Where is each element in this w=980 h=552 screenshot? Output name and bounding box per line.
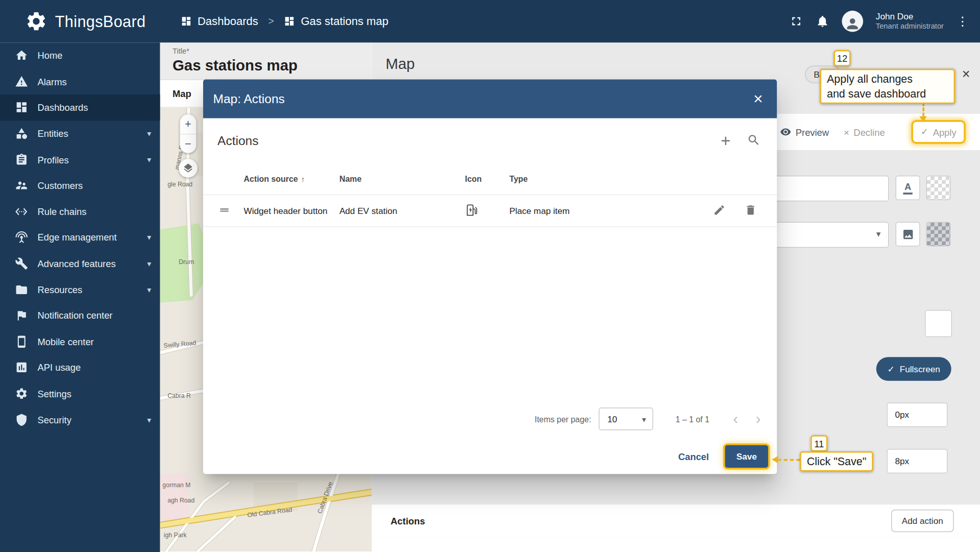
topbar-right: John Doe Tenant administrator ⋮ (790, 0, 980, 42)
items-per-page-value: 10 (607, 414, 617, 424)
sidebar-item-api-usage[interactable]: API usage (0, 354, 160, 380)
dialog-header: Map: Actions × (203, 80, 777, 118)
title-value: Gas stations map (173, 57, 372, 74)
breadcrumb-dashboards[interactable]: Dashboards (181, 15, 258, 28)
sidebar-item-notification-center[interactable]: Notification center (0, 303, 160, 329)
delete-action-button[interactable] (740, 200, 762, 222)
preview-button[interactable]: Preview (780, 122, 829, 143)
widget-title-field[interactable]: Title* Gas stations map (160, 42, 372, 80)
pagination: Items per page: 10 ▾ 1 – 1 of 1 ‹ › (203, 399, 777, 439)
sidebar-item-security[interactable]: Security ▾ (0, 406, 160, 433)
sidebar-item-customers[interactable]: Customers (0, 173, 160, 199)
fullscreen-icon[interactable] (790, 14, 803, 28)
shield-icon (15, 413, 28, 426)
chevron-down-icon: ▾ (147, 415, 151, 424)
zoom-out-button[interactable]: − (180, 134, 197, 153)
chart-icon (15, 361, 28, 374)
fullscreen-toggle[interactable]: ✓ Fullscreen (876, 357, 951, 381)
items-per-page-select[interactable]: 10 ▾ (599, 407, 653, 430)
close-icon: × (844, 127, 849, 137)
previous-page-button[interactable]: ‹ (733, 412, 738, 426)
table-header-row: Action source↑ Name Icon Type (203, 163, 777, 195)
sidebar-item-label: Home (37, 50, 62, 61)
map-road-label: gle Road (167, 181, 192, 188)
sidebar-item-label: Settings (37, 388, 71, 399)
map-road-label: Drum (179, 258, 194, 266)
sort-asc-icon: ↑ (301, 175, 305, 183)
pencil-icon (713, 204, 725, 216)
drag-handle[interactable] (218, 204, 243, 218)
sidebar-item-mobile-center[interactable]: Mobile center (0, 329, 160, 355)
cell-type: Place map item (509, 206, 693, 216)
sidebar-item-profiles[interactable]: Profiles ▾ (0, 147, 160, 173)
layers-icon (183, 162, 194, 174)
map-layers-button[interactable] (179, 159, 198, 178)
sidebar-item-home[interactable]: Home (0, 42, 160, 68)
sidebar-item-label: Alarms (37, 76, 66, 87)
top-bar: ThingsBoard Dashboards > Gas stations ma… (0, 0, 980, 42)
thingsboard-logo[interactable] (24, 9, 49, 34)
search-icon[interactable] (747, 133, 761, 149)
chevron-down-icon: ▾ (147, 129, 151, 138)
edit-action-button[interactable] (708, 200, 730, 222)
decline-label: Decline (853, 127, 885, 137)
zoom-in-button[interactable]: + (180, 114, 197, 134)
color-swatch-field[interactable] (925, 310, 952, 337)
font-color-button[interactable]: A (896, 176, 920, 200)
sidebar-item-advanced-features[interactable]: Advanced features ▾ (0, 251, 160, 277)
close-icon[interactable]: × (962, 66, 970, 83)
column-name[interactable]: Name (339, 174, 465, 183)
sidebar-item-label: Mobile center (37, 337, 93, 347)
sidebar-item-alarms[interactable]: Alarms (0, 68, 160, 94)
sidebar-item-entities[interactable]: Entities ▾ (0, 121, 160, 147)
sidebar-item-settings[interactable]: Settings (0, 380, 160, 406)
sidebar-item-dashboards[interactable]: Dashboards (0, 94, 160, 121)
breadcrumb-current[interactable]: Gas stations map (284, 15, 388, 28)
cell-action-source: Widget header button (244, 206, 339, 216)
cancel-button[interactable]: Cancel (668, 446, 719, 467)
dashboards-icon (15, 101, 28, 114)
sidebar-item-resources[interactable]: Resources ▾ (0, 277, 160, 303)
save-button[interactable]: Save (725, 445, 768, 468)
column-icon[interactable]: Icon (465, 174, 509, 183)
annotation-text: and save dashboard (827, 86, 948, 101)
apply-button[interactable]: ✓ Apply (911, 120, 966, 144)
annotation-step-12-callout: Apply all changes and save dashboard (820, 69, 955, 104)
sidebar-item-edge-management[interactable]: Edge management ▾ (0, 225, 160, 251)
image-button[interactable] (896, 222, 920, 247)
ethernet-icon (15, 205, 28, 218)
close-icon[interactable]: × (744, 85, 772, 113)
tab-map[interactable]: Map (173, 88, 191, 99)
add-action-button[interactable]: Add action (891, 510, 954, 532)
pattern-color-button[interactable] (926, 222, 951, 247)
folder-icon (15, 283, 28, 296)
add-action-icon[interactable]: + (721, 132, 730, 149)
annotation-arrow (919, 116, 927, 122)
breadcrumb-section-label: Dashboards (198, 15, 258, 28)
sidebar-item-label: Profiles (37, 154, 68, 165)
padding-bottom-field[interactable]: 8px (887, 449, 948, 473)
eye-icon (780, 126, 791, 137)
column-type[interactable]: Type (509, 174, 693, 183)
dialog-footer: Cancel Save (203, 439, 777, 474)
badge-icon (15, 153, 28, 166)
sidebar: Home Alarms Dashboards Entities ▾ Profil… (0, 42, 160, 552)
image-icon (901, 228, 914, 240)
kebab-menu-icon[interactable]: ⋮ (956, 14, 968, 29)
table-row[interactable]: Widget header button Add EV station Plac… (203, 195, 777, 227)
wrench-icon (15, 257, 28, 270)
avatar[interactable] (842, 11, 864, 32)
sidebar-item-rule-chains[interactable]: Rule chains (0, 199, 160, 225)
actions-section-title: Actions (390, 516, 425, 526)
notifications-bell-icon[interactable] (816, 14, 829, 28)
next-page-button[interactable]: › (755, 412, 761, 426)
pagination-range: 1 – 1 of 1 (675, 414, 709, 423)
sidebar-item-label: API usage (37, 362, 81, 373)
transparent-color-button[interactable] (926, 176, 951, 200)
padding-top-field[interactable]: 0px (887, 403, 948, 427)
column-action-source[interactable]: Action source↑ (244, 174, 339, 183)
flag-icon (15, 309, 28, 322)
user-role: Tenant administrator (876, 22, 944, 31)
decline-button[interactable]: × Decline (844, 122, 885, 143)
annotation-step-11-callout: Click "Save" (800, 451, 873, 471)
